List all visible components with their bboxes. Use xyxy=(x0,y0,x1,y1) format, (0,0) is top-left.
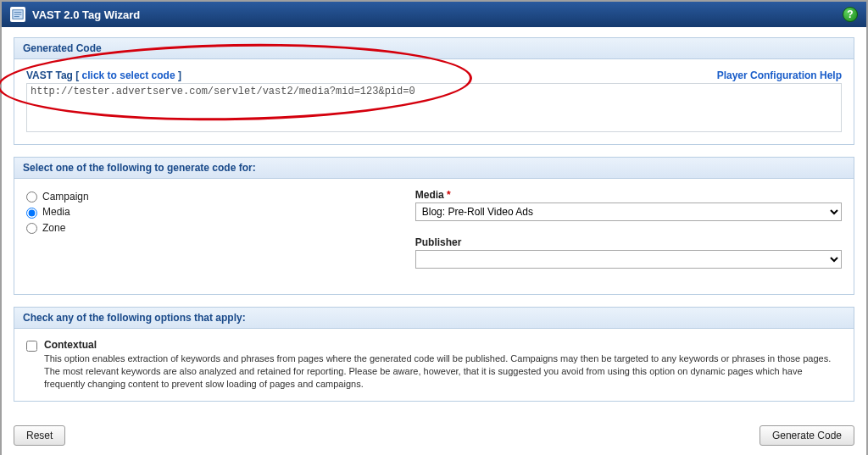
options-section-body: Contextual This option enables extractio… xyxy=(14,329,854,402)
contextual-description: This option enables extraction of keywor… xyxy=(44,352,842,391)
content-area: Generated Code VAST Tag [ click to selec… xyxy=(2,27,866,425)
radio-zone-input[interactable] xyxy=(26,223,37,234)
select-section-header: Select one of the following to generate … xyxy=(14,157,854,179)
generated-code-header: Generated Code xyxy=(14,37,854,59)
media-select[interactable]: Blog: Pre-Roll Video Ads xyxy=(415,203,842,221)
contextual-checkbox[interactable] xyxy=(26,341,37,352)
wizard-icon xyxy=(10,7,25,22)
radio-campaign[interactable]: Campaign xyxy=(26,189,390,204)
titlebar: VAST 2.0 Tag Wizard ? xyxy=(2,2,866,27)
tag-label-suffix: ] xyxy=(175,69,181,81)
generate-for-radios: Campaign Media Zone xyxy=(26,189,390,284)
tag-label-prefix: VAST Tag [ xyxy=(26,69,82,81)
radio-media[interactable]: Media xyxy=(26,204,390,219)
radio-campaign-label: Campaign xyxy=(42,191,89,203)
media-label-text: Media xyxy=(415,189,444,201)
select-section-body: Campaign Media Zone Media * Blog: Pre-Ro… xyxy=(14,179,854,295)
reset-button[interactable]: Reset xyxy=(14,425,65,446)
radio-zone-label: Zone xyxy=(42,222,65,234)
player-config-help-link[interactable]: Player Configuration Help xyxy=(717,69,842,81)
generated-code-textarea[interactable] xyxy=(26,83,842,132)
select-code-link[interactable]: click to select code xyxy=(82,69,175,81)
generated-code-body: VAST Tag [ click to select code ] Player… xyxy=(14,59,854,145)
contextual-title: Contextual xyxy=(44,339,842,351)
media-field-label: Media * xyxy=(415,189,842,201)
help-icon[interactable]: ? xyxy=(843,7,858,22)
options-section-header: Check any of the following options that … xyxy=(14,307,854,329)
footer-buttons: Reset Generate Code xyxy=(2,425,866,455)
publisher-field-label: Publisher xyxy=(415,236,842,248)
generate-code-button[interactable]: Generate Code xyxy=(760,425,854,446)
radio-campaign-input[interactable] xyxy=(26,191,37,203)
radio-media-label: Media xyxy=(42,206,70,218)
radio-zone[interactable]: Zone xyxy=(26,220,390,236)
publisher-select[interactable] xyxy=(415,250,842,269)
vast-tag-label: VAST Tag [ click to select code ] xyxy=(26,69,181,81)
required-marker: * xyxy=(447,189,451,201)
radio-media-input[interactable] xyxy=(26,208,37,219)
wizard-window: VAST 2.0 Tag Wizard ? Generated Code VAS… xyxy=(0,0,868,455)
window-title: VAST 2.0 Tag Wizard xyxy=(32,8,140,21)
